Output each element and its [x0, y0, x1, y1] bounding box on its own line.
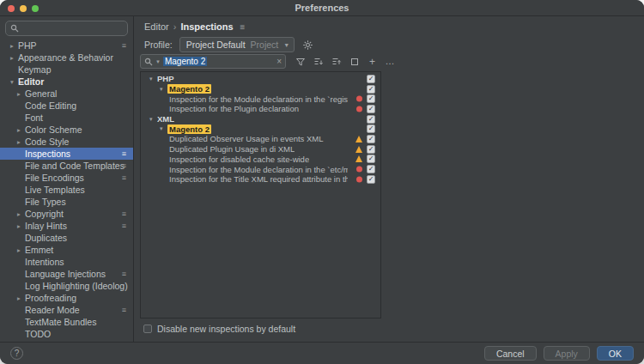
chevron-right-icon[interactable]: ▸ [17, 246, 25, 254]
tree-row-inspection-for-the-module-declaration-in-the-etc-module-xm[interactable]: Inspection for the Module declaration in… [141, 164, 380, 174]
chevron-down-icon[interactable]: ▾ [10, 78, 18, 86]
sidebar-item-log-highlighting-ideolog[interactable]: Log Highlighting (Ideolog) [0, 280, 133, 292]
chevron-right-icon[interactable]: ▸ [17, 138, 25, 146]
tree-row-inspection-for-the-plugin-declaration[interactable]: Inspection for the Plugin declaration✓ [141, 104, 380, 114]
chevron-right-icon[interactable]: ▸ [17, 210, 25, 218]
tree-row-inspection-for-disabled-cache-site-wide[interactable]: Inspection for disabled cache site-wide✓ [141, 155, 380, 165]
sidebar-item-copyright[interactable]: ▸Copyright≡ [0, 208, 133, 220]
sidebar-item-emmet[interactable]: ▸Emmet [0, 244, 133, 256]
clear-search-icon[interactable]: × [276, 57, 282, 66]
inspection-checkbox[interactable]: ✓ [367, 145, 375, 154]
breadcrumb-editor[interactable]: Editor [144, 21, 169, 32]
sidebar-item-file-types[interactable]: File Types [0, 196, 133, 208]
tree-row-duplicated-observer-usage-in-events-xml[interactable]: Duplicated Observer Usage in events XML✓ [141, 134, 380, 144]
sidebar-item-label: TextMate Bundles [25, 317, 96, 327]
collapse-all-icon[interactable] [330, 55, 343, 68]
tree-row-magento-2[interactable]: ▾Magento 2✓ [141, 124, 380, 134]
chevron-right-icon[interactable]: ▸ [17, 294, 25, 302]
sidebar-item-code-editing[interactable]: Code Editing [0, 100, 133, 112]
inspection-checkbox[interactable]: ✓ [367, 94, 375, 103]
per-project-indicator-icon: ≡ [122, 221, 126, 230]
sidebar-item-font[interactable]: Font [0, 112, 133, 124]
expand-all-icon[interactable] [312, 55, 325, 68]
sidebar-item-textmate-bundles[interactable]: TextMate Bundles [0, 316, 133, 328]
cancel-button[interactable]: Cancel [484, 346, 537, 361]
tree-row-xml[interactable]: ▾XML✓ [141, 114, 380, 124]
sidebar-item-label: Plugins [18, 341, 51, 342]
inspection-checkbox[interactable]: ✓ [367, 124, 375, 133]
sidebar-item-label: General [25, 88, 57, 99]
minimize-window-button[interactable] [20, 5, 27, 12]
tree-row-duplicated-plugin-usage-in-di-xml[interactable]: Duplicated Plugin Usage in di XML✓ [141, 144, 380, 155]
tree-row-magento-2[interactable]: ▾Magento 2✓ [141, 84, 380, 94]
sidebar-item-keymap[interactable]: Keymap [0, 64, 133, 76]
inspection-checkbox[interactable]: ✓ [367, 175, 375, 184]
inspection-checkbox[interactable]: ✓ [367, 105, 375, 113]
error-icon [356, 106, 362, 112]
ok-button[interactable]: OK [597, 346, 634, 361]
chevron-down-icon[interactable]: ▾ [160, 86, 167, 93]
inspection-checkbox[interactable]: ✓ [367, 155, 375, 163]
sidebar-item-file-encodings[interactable]: File Encodings≡ [0, 172, 133, 184]
sidebar-item-editor[interactable]: ▾Editor [0, 76, 133, 88]
sidebar-item-appearance-behavior[interactable]: ▸Appearance & Behavior [0, 52, 133, 64]
reset-icon[interactable] [348, 55, 361, 68]
profile-value: Project Default [186, 39, 246, 50]
disable-new-inspections-checkbox[interactable] [143, 325, 152, 333]
inspections-search-input[interactable]: ▼ Magento 2 × [140, 54, 286, 69]
chevron-right-icon[interactable]: ▸ [17, 222, 25, 230]
sidebar-item-color-scheme[interactable]: ▸Color Scheme [0, 124, 133, 136]
inspection-checkbox[interactable]: ✓ [367, 85, 375, 94]
sidebar-item-duplicates[interactable]: Duplicates [0, 232, 133, 244]
sidebar-item-general[interactable]: ▸General [0, 88, 133, 100]
chevron-right-icon[interactable]: ▸ [10, 42, 18, 50]
sidebar-search-input[interactable] [5, 21, 128, 36]
error-icon [356, 176, 362, 182]
sidebar-item-label: Inlay Hints [25, 221, 67, 231]
gear-icon[interactable] [301, 39, 314, 52]
inspection-checkbox[interactable]: ✓ [367, 135, 375, 143]
sidebar-item-intentions[interactable]: Intentions [0, 256, 133, 268]
profile-dropdown[interactable]: Project Default Project ▼ [179, 37, 295, 52]
chevron-right-icon[interactable]: ▸ [10, 54, 18, 62]
chevron-right-icon[interactable]: ▸ [17, 126, 25, 134]
sidebar-item-reader-mode[interactable]: Reader Mode≡ [0, 304, 133, 316]
inspection-checkbox[interactable]: ✓ [367, 115, 375, 124]
disable-new-inspections-option[interactable]: Disable new inspections by default [143, 324, 295, 334]
titlebar[interactable]: Preferences [0, 0, 644, 16]
profile-row: Profile: Project Default Project ▼ [144, 37, 314, 52]
sidebar-item-label: PHP [18, 40, 37, 51]
sidebar-item-file-and-code-templates[interactable]: File and Code Templates≡ [0, 160, 133, 172]
chevron-right-icon[interactable]: ▸ [17, 90, 25, 98]
chevron-down-icon[interactable]: ▾ [160, 125, 167, 132]
add-inspection-icon[interactable]: + [366, 55, 379, 68]
search-icon [10, 24, 19, 33]
sidebar-item-code-style[interactable]: ▸Code Style [0, 136, 133, 148]
inspection-checkbox[interactable]: ✓ [367, 75, 375, 83]
zoom-window-button[interactable] [32, 5, 39, 12]
more-options-icon[interactable]: … [384, 55, 397, 68]
sidebar-item-todo[interactable]: TODO [0, 328, 133, 340]
sidebar-item-plugins[interactable]: Plugins [0, 340, 133, 342]
tree-row-inspection-for-the-title-xml-required-attribute-in-the-etc-ac[interactable]: Inspection for the Title XML required at… [141, 174, 380, 185]
breadcrumb-menu-icon[interactable]: ≡ [240, 22, 246, 32]
sidebar-item-inspections[interactable]: Inspections≡ [0, 148, 133, 160]
sidebar-item-live-templates[interactable]: Live Templates [0, 184, 133, 196]
apply-button[interactable]: Apply [544, 346, 590, 361]
close-window-button[interactable] [8, 5, 15, 12]
filter-icon[interactable] [294, 55, 307, 68]
search-history-icon[interactable]: ▼ [155, 59, 161, 64]
chevron-down-icon[interactable]: ▾ [149, 116, 157, 123]
per-project-indicator-icon: ≡ [122, 149, 126, 158]
inspection-checkbox[interactable]: ✓ [367, 165, 375, 173]
tree-row-inspection-for-the-module-declaration-in-the-registration-ph[interactable]: Inspection for the Module declaration in… [141, 94, 380, 104]
tree-row-php[interactable]: ▾PHP✓ [141, 74, 380, 84]
sidebar-item-language-injections[interactable]: Language Injections≡ [0, 268, 133, 280]
sidebar-item-php[interactable]: ▸PHP≡ [0, 39, 133, 52]
chevron-down-icon[interactable]: ▾ [149, 76, 157, 82]
sidebar-item-inlay-hints[interactable]: ▸Inlay Hints≡ [0, 220, 133, 232]
sidebar-item-label: Reader Mode [25, 305, 80, 315]
help-button[interactable]: ? [10, 347, 23, 360]
inspections-toolbar: +… [294, 55, 397, 68]
sidebar-item-proofreading[interactable]: ▸Proofreading [0, 292, 133, 304]
